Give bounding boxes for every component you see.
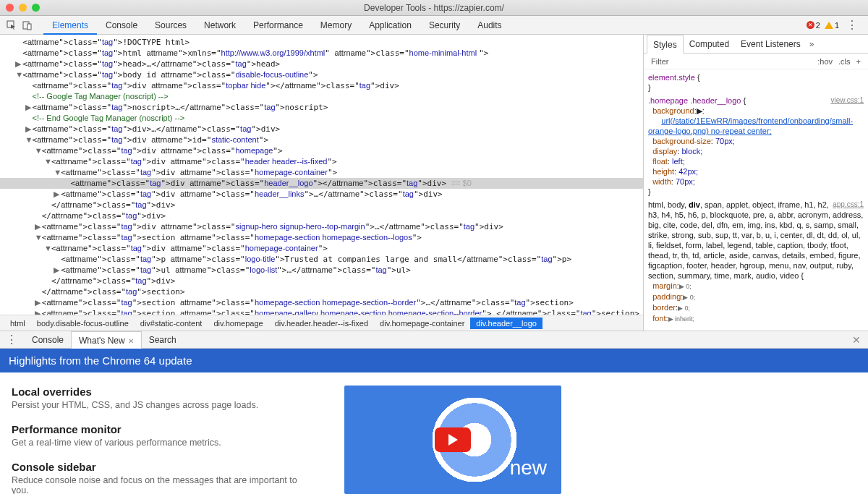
drawer-menu-icon[interactable]: ⋮	[3, 333, 20, 346]
whats-new-title: Local overrides	[12, 386, 315, 398]
breadcrumb-item[interactable]: html	[4, 318, 31, 329]
rule-element-style: element.style {}	[648, 72, 864, 93]
style-rules[interactable]: element.style {} view.css:1 .homepage .h…	[644, 69, 868, 331]
whats-new-banner: Highlights from the Chrome 64 update	[0, 349, 868, 372]
styles-tabs-more-icon[interactable]: »	[807, 39, 817, 49]
dom-node[interactable]: ▶<attrname">class="tag">head>…</attrname…	[6, 59, 643, 69]
styles-panel: StylesComputedEvent Listeners» Filter :h…	[644, 35, 868, 331]
dom-node[interactable]: <attrname">class="tag">html attrname">xm…	[6, 48, 643, 59]
dom-node[interactable]: ▶<attrname">class="tag">div attrname">cl…	[6, 221, 643, 232]
drawer-tab-what-s-new[interactable]: What's New✕	[71, 331, 142, 349]
drawer-tab-console[interactable]: Console	[25, 331, 71, 349]
dom-node[interactable]: ▶<attrname">class="tag">section attrname…	[6, 308, 643, 315]
dom-node[interactable]: <attrname">class="tag">div attrname">cla…	[0, 178, 643, 189]
breadcrumb-item[interactable]: div.header__logo	[470, 318, 542, 329]
whats-new-item[interactable]: Performance monitorGet a real-time view …	[12, 423, 315, 448]
breadcrumb-item[interactable]: body.disable-focus-outline	[31, 318, 135, 329]
drawer-tabs: ⋮ ConsoleWhat's New✕Search ✕	[0, 331, 868, 349]
whats-new-title: Performance monitor	[12, 423, 315, 435]
hov-toggle[interactable]: :hov	[814, 57, 835, 66]
inspect-element-icon[interactable]	[4, 18, 19, 33]
whats-new-desc: Reduce console noise and focus on the me…	[12, 475, 315, 494]
styles-filter-row: Filter :hov .cls +	[644, 54, 868, 69]
tab-elements[interactable]: Elements	[43, 16, 97, 35]
whats-new-desc: Get a real-time view of various performa…	[12, 438, 315, 448]
breadcrumb-item[interactable]: div.homepage-container	[374, 318, 470, 329]
dom-node[interactable]: </attrname">class="tag">div>	[6, 200, 643, 210]
whats-new-item[interactable]: Local overridesPersist your HTML, CSS, a…	[12, 386, 315, 410]
dom-node[interactable]: <attrname">class="tag">div attrname">cla…	[6, 80, 643, 91]
whats-new-desc: Persist your HTML, CSS, and JS changes a…	[12, 400, 315, 410]
dom-node[interactable]: ▶<attrname">class="tag">section attrname…	[6, 297, 643, 308]
styles-tab-styles[interactable]: Styles	[647, 35, 684, 54]
dom-node[interactable]: <attrname">class="tag">p attrname">class…	[6, 254, 643, 265]
dom-node[interactable]: </attrname">class="tag">div>	[6, 210, 643, 221]
styles-tab-event-listeners[interactable]: Event Listeners	[735, 35, 807, 54]
styles-tab-computed[interactable]: Computed	[684, 35, 735, 54]
tab-memory[interactable]: Memory	[312, 16, 360, 35]
dom-node[interactable]: <attrname">class="tag">!DOCTYPE html>	[6, 37, 643, 48]
styles-tabs: StylesComputedEvent Listeners»	[644, 35, 868, 54]
tab-sources[interactable]: Sources	[146, 16, 195, 35]
dom-node[interactable]: ▼<attrname">class="tag">section attrname…	[6, 232, 643, 243]
dom-node[interactable]: ▼<attrname">class="tag">div attrname">cl…	[6, 156, 643, 167]
whats-new-video[interactable]: new	[344, 386, 561, 494]
window-titlebar: Developer Tools - https://zapier.com/	[0, 0, 868, 16]
dom-tree[interactable]: <attrname">class="tag">!DOCTYPE html> <a…	[0, 35, 643, 315]
drawer-tab-search[interactable]: Search	[142, 331, 184, 349]
dom-breadcrumb[interactable]: htmlbody.disable-focus-outlinediv#static…	[0, 315, 643, 331]
dom-node[interactable]: ▶<attrname">class="tag">noscript>…</attr…	[6, 102, 643, 113]
rule-header-logo: view.css:1 .homepage .header__logo { bac…	[648, 95, 864, 197]
new-rule-button[interactable]: +	[854, 57, 864, 66]
whats-new-item[interactable]: Console sidebarReduce console noise and …	[12, 461, 315, 494]
tab-network[interactable]: Network	[195, 16, 244, 35]
dom-node[interactable]: ▶<attrname">class="tag">div attrname">cl…	[6, 189, 643, 200]
video-overlay-text: new	[510, 456, 547, 480]
window-title: Developer Tools - https://zapier.com/	[0, 3, 868, 13]
source-link[interactable]: app.css:1	[833, 200, 864, 210]
dom-node[interactable]: <!-- End Google Tag Manager (noscript) -…	[6, 113, 643, 124]
dom-node[interactable]: ▼<attrname">class="tag">div attrname">id…	[6, 135, 643, 145]
warning-count-badge[interactable]: 1	[825, 21, 839, 30]
panel-tabs: ElementsConsoleSourcesNetworkPerformance…	[43, 16, 511, 35]
tab-performance[interactable]: Performance	[244, 16, 312, 35]
tab-application[interactable]: Application	[360, 16, 420, 35]
dom-node[interactable]: ▼<attrname">class="tag">div attrname">cl…	[6, 243, 643, 254]
dom-node[interactable]: </attrname">class="tag">div>	[6, 276, 643, 286]
whats-new-content: Local overridesPersist your HTML, CSS, a…	[0, 372, 868, 494]
dom-node[interactable]: ▶<attrname">class="tag">ul attrname">cla…	[6, 265, 643, 276]
dom-node[interactable]: <!-- Google Tag Manager (noscript) -->	[6, 91, 643, 102]
error-count-badge[interactable]: ✕2	[807, 21, 820, 30]
source-link[interactable]: view.css:1	[830, 95, 864, 106]
tab-console[interactable]: Console	[97, 16, 146, 35]
breadcrumb-item[interactable]: div.homepage	[208, 318, 268, 329]
close-icon[interactable]: ✕	[128, 337, 134, 345]
breadcrumb-item[interactable]: div.header.header--is-fixed	[269, 318, 374, 329]
tab-security[interactable]: Security	[420, 16, 469, 35]
cls-toggle[interactable]: .cls	[835, 57, 854, 66]
dom-node[interactable]: ▼<attrname">class="tag">div attrname">cl…	[6, 167, 643, 178]
dom-node[interactable]: ▶<attrname">class="tag">div>…</attrname"…	[6, 124, 643, 135]
elements-panel: <attrname">class="tag">!DOCTYPE html> <a…	[0, 35, 644, 331]
breadcrumb-item[interactable]: div#static-content	[135, 318, 208, 329]
tab-audits[interactable]: Audits	[469, 16, 510, 35]
styles-filter-input[interactable]: Filter	[648, 57, 671, 66]
drawer-close-icon[interactable]: ✕	[848, 334, 865, 346]
dom-node[interactable]: ▼<attrname">class="tag">body id attrname…	[6, 69, 643, 80]
devtools-toolbar: ElementsConsoleSourcesNetworkPerformance…	[0, 16, 868, 35]
dom-node[interactable]: ▼<attrname">class="tag">div attrname">cl…	[6, 145, 643, 156]
dom-node[interactable]: </attrname">class="tag">section>	[6, 286, 643, 297]
play-icon[interactable]	[435, 427, 471, 452]
settings-menu-icon[interactable]: ⋮	[843, 18, 861, 32]
whats-new-title: Console sidebar	[12, 461, 315, 473]
device-toolbar-icon[interactable]	[20, 18, 35, 33]
svg-rect-2	[27, 24, 31, 30]
rule-reset: app.css:1 html, body, div, span, applet,…	[648, 200, 864, 324]
